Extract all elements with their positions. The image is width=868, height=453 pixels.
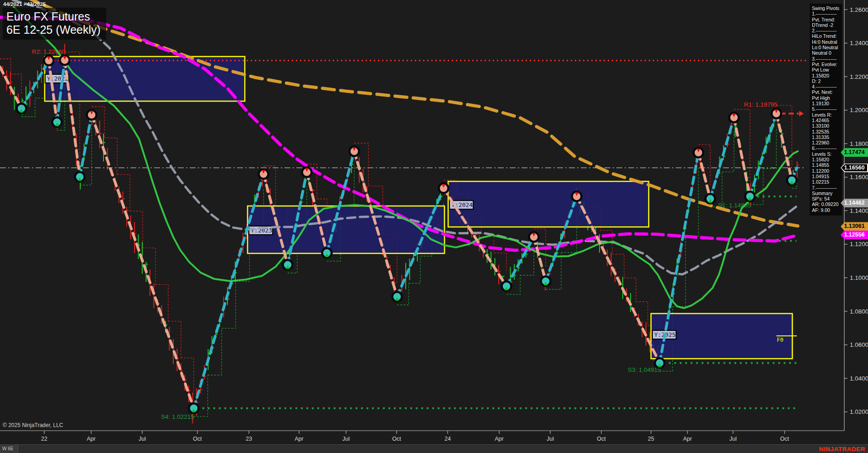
ninjatrader-logo: NINJATRADER <box>819 446 865 453</box>
chart-title-line2: 6E 12-25 (Weekly) <box>6 23 101 36</box>
price-tick-label: 1.20000 <box>850 107 868 113</box>
time-tick-label: Apr <box>87 436 95 442</box>
chart-title: Euro FX Futures 6E 12-25 (Weekly) <box>3 8 106 40</box>
chart-window: Y:2022Y:2023Y:2024Y:2025F0R2: 1.22960R1:… <box>0 0 868 453</box>
time-tick-label: 25 <box>648 436 654 442</box>
time-tick-label: Jul <box>139 436 146 442</box>
price-tag: 1.13061 <box>841 222 868 231</box>
price-chart-canvas[interactable]: Y:2022Y:2023Y:2024Y:2025F0R2: 1.22960R1:… <box>0 0 868 444</box>
price-tag: 1.14462 <box>841 199 868 207</box>
price-tick-label: 1.14000 <box>850 207 868 214</box>
price-tick-label: 1.06000 <box>850 341 868 348</box>
date-range-label: 44/2021 - 43/2025 <box>3 1 46 7</box>
price-tick-label: 1.26000 <box>850 6 868 13</box>
swing-pivots-panel: Swing Pivots 1.------------- Pvt. Trend:… <box>810 4 842 216</box>
time-tick-label: Jul <box>729 436 737 442</box>
f0-label: F0 <box>777 337 783 343</box>
chart-title-line1: Euro FX Futures <box>6 10 101 23</box>
price-tick-label: 1.16000 <box>850 174 868 180</box>
time-tick-label: Apr <box>683 436 692 442</box>
tab-w6e[interactable]: W 6E <box>0 445 18 453</box>
time-tick-label: Oct <box>392 436 401 442</box>
price-tick-label: 1.12000 <box>850 241 868 247</box>
level-label-r1: R1: 1.19795 <box>744 101 778 108</box>
price-tick-label: 1.04000 <box>850 375 868 382</box>
price-tag: 1.12556 <box>841 231 868 239</box>
price-tag: 1.16560 <box>841 164 868 172</box>
copyright-label: © 2025 NinjaTrader, LLC <box>3 422 63 428</box>
time-tick-label: Oct <box>597 436 606 442</box>
time-tick-label: Apr <box>495 436 503 442</box>
price-tag: 1.17474 <box>841 148 868 157</box>
time-tick-label: 24 <box>444 436 451 442</box>
price-tick-label: 1.22000 <box>850 73 868 80</box>
year-range-boxes: Y:2022Y:2023Y:2024Y:2025 <box>45 57 792 359</box>
time-tick-label: 23 <box>246 436 252 442</box>
time-tick-label: Jul <box>547 436 554 442</box>
time-tick-label: Oct <box>193 436 202 442</box>
price-tick-label: 1.02000 <box>850 408 868 415</box>
year-box <box>448 181 649 227</box>
time-tick-label: Apr <box>294 436 303 442</box>
time-tick-label: Oct <box>780 436 789 442</box>
price-tick-label: 1.10000 <box>850 274 868 281</box>
tab-strip: W 6E NINJATRADER <box>0 444 868 453</box>
time-tick-label: Jul <box>342 436 350 442</box>
level-label-s4: S4: 1.02215 <box>161 413 194 420</box>
level-label-r2: R2: 1.22960 <box>32 48 66 55</box>
price-tick-label: 1.18000 <box>850 140 868 147</box>
price-tick-label: 1.08000 <box>850 308 868 315</box>
price-tick-label: 1.24000 <box>850 40 868 46</box>
ma-magenta <box>0 17 798 250</box>
time-tick-label: 22 <box>41 436 47 442</box>
